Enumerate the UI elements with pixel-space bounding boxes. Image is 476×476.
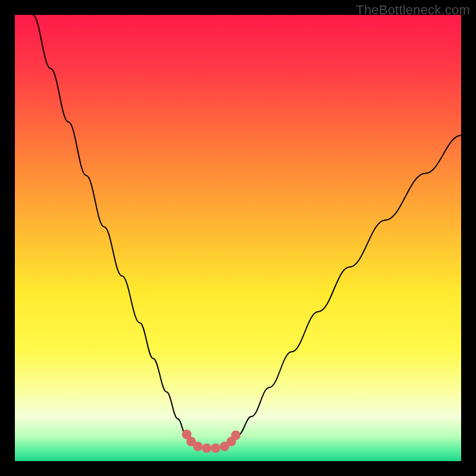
valley-marker	[193, 441, 203, 451]
chart-svg	[15, 15, 461, 461]
plot-area	[15, 15, 461, 461]
valley-marker	[211, 443, 221, 453]
chart-frame: TheBottleneck.com	[0, 0, 476, 476]
valley-marker	[202, 443, 212, 453]
valley-marker	[231, 431, 240, 440]
watermark-text: TheBottleneck.com	[356, 2, 470, 18]
gradient-background	[15, 15, 461, 461]
